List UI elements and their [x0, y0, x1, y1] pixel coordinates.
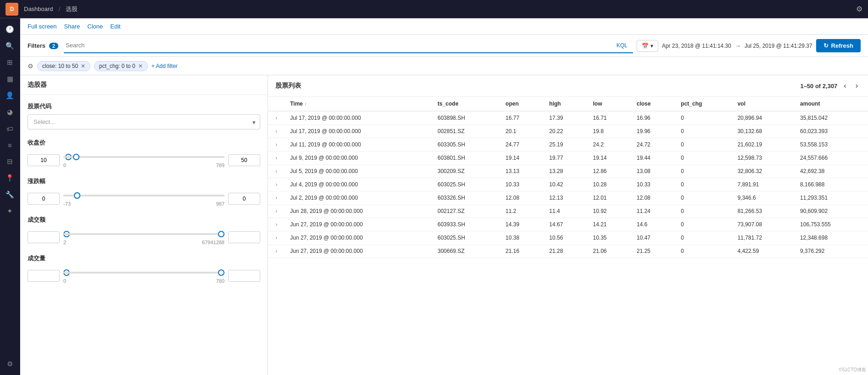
table-cell: 603933.SH [432, 218, 500, 231]
close-price-max-input[interactable] [228, 154, 260, 166]
clone-link[interactable]: Clone [87, 23, 103, 30]
table-panel-title: 股票列表 [275, 82, 301, 90]
watermark: ©51CTO博客 [839, 367, 866, 373]
refresh-icon: ↻ [823, 42, 829, 49]
sidebar-icon-wrench[interactable]: 🔧 [3, 187, 17, 202]
table-cell: 4,422.59 [732, 245, 795, 258]
pagination-next-button[interactable]: › [853, 81, 861, 91]
row-expand-button[interactable]: › [274, 181, 279, 188]
table-cell: 21.25 [631, 245, 675, 258]
table-cell: 0 [675, 111, 732, 125]
col-amount[interactable]: amount [795, 97, 868, 111]
row-expand-button[interactable]: › [274, 168, 279, 174]
filter-tag-close-remove[interactable]: ✕ [81, 63, 85, 69]
add-filter-link[interactable]: + Add filter [151, 63, 178, 69]
table-cell: 13.13 [500, 165, 543, 178]
close-price-slider-max[interactable] [63, 156, 224, 158]
pct-chg-min-input[interactable] [28, 193, 60, 205]
sidebar-icon-users[interactable]: 👤 [3, 88, 17, 103]
col-time[interactable]: Time ↕ [285, 97, 432, 111]
col-pct-chg[interactable]: pct_chg [675, 97, 732, 111]
sidebar-icon-map[interactable]: 📍 [3, 171, 17, 185]
vol-row: 0 780 [28, 268, 260, 284]
sidebar-icon-home[interactable]: ⊞ [3, 55, 17, 70]
col-vol[interactable]: vol [732, 97, 795, 111]
table-row: ›Jul 2, 2019 @ 00:00:00.000603326.SH12.0… [268, 191, 868, 205]
table-cell: 14.67 [544, 218, 588, 231]
filter-tag-pctchg: pct_chg: 0 to 0 ✕ [94, 61, 148, 71]
vol-slider-max[interactable] [63, 272, 224, 274]
sidebar-icon-settings[interactable]: ⚙ [3, 357, 17, 371]
refresh-button[interactable]: ↻ Refresh [816, 39, 861, 52]
sidebar-icon-search[interactable]: 🔍 [3, 39, 17, 53]
stock-code-select[interactable]: Select... [28, 114, 260, 129]
vol-min-input[interactable] [28, 270, 60, 282]
sidebar-icon-brain[interactable]: ✦ [3, 204, 17, 218]
top-bar-right: ⚙ [856, 5, 862, 13]
sidebar-icon-list[interactable]: ≡ [3, 138, 17, 152]
filter-tag-pctchg-remove[interactable]: ✕ [138, 63, 143, 69]
pct-chg-slider-max[interactable] [63, 195, 224, 196]
pagination-prev-button[interactable]: ‹ [841, 81, 849, 91]
table-cell: 32,806.32 [732, 165, 795, 178]
table-cell: 8,166.988 [795, 178, 868, 191]
sort-icon-time: ↕ [304, 101, 307, 106]
sidebar-icon-clock[interactable]: 🕐 [3, 22, 17, 37]
filter-tag-close-label: close: 10 to 50 [42, 63, 78, 69]
row-expand-button[interactable]: › [274, 208, 279, 214]
table-cell: Jun 27, 2019 @ 00:00:00.000 [285, 218, 432, 231]
table-cell: 60,023.393 [795, 125, 868, 138]
row-expand-button[interactable]: › [274, 221, 279, 228]
calendar-button[interactable]: 📅 ▾ [637, 40, 658, 52]
table-cell: Jun 28, 2019 @ 00:00:00.000 [285, 205, 432, 218]
share-link[interactable]: Share [64, 23, 80, 30]
vol-amount-slider-max[interactable] [63, 233, 224, 235]
edit-link[interactable]: Edit [110, 23, 120, 30]
table-cell: 11.24 [631, 205, 675, 218]
fullscreen-link[interactable]: Full screen [28, 23, 57, 30]
table-cell: 20.22 [544, 125, 588, 138]
settings-icon[interactable]: ⚙ [856, 5, 862, 13]
row-expand-button[interactable]: › [274, 248, 279, 254]
vol-section: 成交量 0 780 [28, 254, 260, 284]
col-open[interactable]: open [500, 97, 543, 111]
table-cell: 14.39 [500, 218, 543, 231]
pct-chg-row: -73 987 [28, 191, 260, 207]
table-row: ›Jul 11, 2019 @ 00:00:00.000603305.SH24.… [268, 138, 868, 151]
date-from: Apr 23, 2018 @ 11:41:14.30 [662, 43, 731, 49]
col-close[interactable]: close [631, 97, 675, 111]
table-row: ›Jul 17, 2019 @ 00:00:00.000603898.SH16.… [268, 111, 868, 125]
row-expand-button[interactable]: › [274, 155, 279, 161]
filter-settings-icon[interactable]: ⚙ [28, 62, 34, 70]
layout: 🕐 🔍 ⊞ ▦ 👤 ◕ 🏷 ≡ ⊟ 📍 🔧 ✦ ⚙ Full screen Sh… [0, 18, 868, 375]
col-low[interactable]: low [588, 97, 631, 111]
sidebar-icon-layers[interactable]: ⊟ [3, 154, 17, 169]
table-cell: 12.86 [588, 165, 631, 178]
sidebar-icon-grid[interactable]: ▦ [3, 72, 17, 86]
row-expand-button[interactable]: › [274, 235, 279, 241]
table-cell: 603898.SH [432, 111, 500, 125]
vol-amount-min-input[interactable] [28, 231, 60, 243]
kql-toggle[interactable]: KQL [613, 42, 631, 49]
vol-max-input[interactable] [228, 270, 260, 282]
sidebar-icon-tag[interactable]: 🏷 [3, 121, 17, 136]
col-ts-code[interactable]: ts_code [432, 97, 500, 111]
vol-amount-max-input[interactable] [228, 231, 260, 243]
row-expand-button[interactable]: › [274, 141, 279, 148]
col-high[interactable]: high [544, 97, 588, 111]
filter-count-badge: 2 [49, 43, 58, 49]
pct-chg-max-input[interactable] [228, 193, 260, 205]
row-expand-button[interactable]: › [274, 115, 279, 121]
table-cell: Jul 17, 2019 @ 00:00:00.000 [285, 111, 432, 125]
close-price-min-input[interactable] [28, 154, 60, 166]
table-cell: 10.56 [544, 231, 588, 245]
search-input[interactable] [66, 42, 613, 49]
selector-panel-content: 股票代码 Select... ▾ 收盘价 [20, 95, 268, 375]
row-expand-button[interactable]: › [274, 128, 279, 134]
sidebar-icon-pie[interactable]: ◕ [3, 105, 17, 119]
vol-slider-max-label: 780 [216, 278, 224, 284]
pct-chg-slider-wrapper: -73 987 [63, 191, 224, 207]
filter-bar: Filters 2 KQL 📅 ▾ Apr 23, 2018 @ 11:41:1… [20, 35, 868, 57]
table-cell: 19.44 [631, 151, 675, 165]
row-expand-button[interactable]: › [274, 195, 279, 201]
